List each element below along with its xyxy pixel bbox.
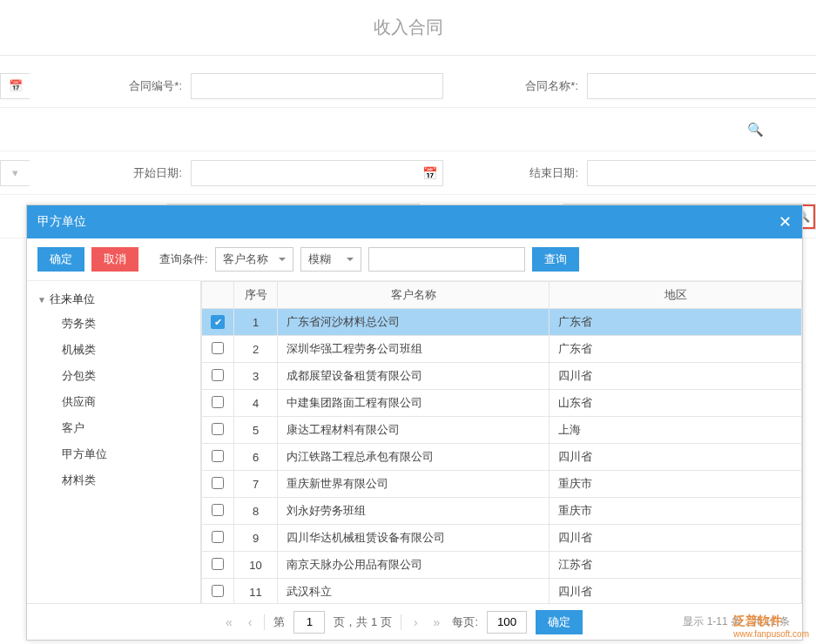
- row-checkbox[interactable]: [212, 558, 224, 570]
- modal-footer: « ‹ 第 页，共 1 页 › » 每页: 确定 显示 1-11 条，共 11 …: [27, 603, 802, 640]
- cell-region: 四川省: [550, 525, 802, 552]
- contract-name-input[interactable]: [587, 73, 816, 99]
- label-start-date: 开始日期:: [47, 165, 191, 181]
- pager-suffix: 页，共 1 页: [334, 614, 391, 630]
- row-checkbox[interactable]: [212, 423, 224, 435]
- page-title: 收入合同: [0, 0, 816, 56]
- sidebar-item[interactable]: 供应商: [62, 389, 190, 415]
- cell-name: 刘永好劳务班组: [278, 498, 550, 525]
- chevron-down-icon[interactable]: ▾: [0, 160, 30, 186]
- cell-region: 四川省: [550, 444, 802, 471]
- checkbox-checked-icon[interactable]: ✔: [211, 315, 225, 329]
- query-button[interactable]: 查询: [532, 247, 579, 272]
- row-checkbox-cell[interactable]: [202, 363, 234, 390]
- cell-seq: 5: [234, 417, 278, 444]
- row-checkbox-cell[interactable]: [202, 471, 234, 498]
- row-checkbox-cell[interactable]: [202, 498, 234, 525]
- col-region: 地区: [550, 282, 802, 309]
- row-checkbox[interactable]: [212, 369, 224, 381]
- calendar-icon: 📅: [422, 166, 437, 180]
- cell-name: 成都展望设备租赁有限公司: [278, 363, 550, 390]
- row-checkbox-cell[interactable]: [202, 579, 234, 604]
- row-checkbox[interactable]: [212, 477, 224, 489]
- pager-last-icon[interactable]: »: [430, 615, 444, 629]
- cell-name: 四川华达机械租赁设备有限公司: [278, 525, 550, 552]
- sidebar-item[interactable]: 甲方单位: [62, 441, 190, 467]
- table-row[interactable]: 8刘永好劳务班组重庆市: [202, 498, 802, 525]
- modal-title: 甲方单位: [37, 214, 86, 230]
- tree-root[interactable]: ▼ 往来单位: [37, 288, 190, 311]
- table-row[interactable]: ✔1广东省河沙材料总公司广东省: [202, 309, 802, 336]
- table-row[interactable]: 11武汉科立四川省: [202, 579, 802, 604]
- cell-seq: 6: [234, 444, 278, 471]
- cell-name: 重庆新世界有限公司: [278, 471, 550, 498]
- pager-first-icon[interactable]: «: [222, 615, 236, 629]
- cell-region: 上海: [550, 417, 802, 444]
- contract-no-input[interactable]: [191, 73, 443, 99]
- cell-name: 深圳华强工程劳务公司班组: [278, 336, 550, 363]
- query-match-select[interactable]: 模糊: [300, 247, 361, 272]
- pager-prev-icon[interactable]: ‹: [245, 615, 256, 629]
- sidebar-item[interactable]: 客户: [62, 415, 190, 441]
- sidebar-item[interactable]: 劳务类: [62, 311, 190, 337]
- table-row[interactable]: 7重庆新世界有限公司重庆市: [202, 471, 802, 498]
- cell-seq: 8: [234, 498, 278, 525]
- cell-name: 广东省河沙材料总公司: [278, 309, 550, 336]
- table-row[interactable]: 10南京天脉办公用品有限公司江苏省: [202, 552, 802, 579]
- row-checkbox-cell[interactable]: [202, 417, 234, 444]
- start-date-input[interactable]: 📅: [191, 160, 443, 186]
- ok-button[interactable]: 确定: [37, 247, 84, 272]
- calendar-icon[interactable]: 📅: [0, 73, 30, 99]
- row-checkbox-cell[interactable]: [202, 390, 234, 417]
- row-checkbox[interactable]: [212, 450, 224, 462]
- sidebar-item[interactable]: 分包类: [62, 363, 190, 389]
- pager-next-icon[interactable]: ›: [410, 615, 421, 629]
- cancel-button[interactable]: 取消: [91, 247, 138, 272]
- row-checkbox-cell[interactable]: ✔: [202, 309, 234, 336]
- table-row[interactable]: 2深圳华强工程劳务公司班组广东省: [202, 336, 802, 363]
- row-checkbox[interactable]: [212, 396, 224, 408]
- cell-name: 南京天脉办公用品有限公司: [278, 552, 550, 579]
- search-icon[interactable]: 🔍: [747, 122, 764, 138]
- query-text-input[interactable]: [368, 247, 525, 272]
- end-date-input[interactable]: 📅: [587, 160, 816, 186]
- cell-seq: 2: [234, 336, 278, 363]
- row-checkbox-cell[interactable]: [202, 525, 234, 552]
- cell-seq: 7: [234, 471, 278, 498]
- sidebar-item[interactable]: 机械类: [62, 337, 190, 363]
- cell-seq: 9: [234, 525, 278, 552]
- table-row[interactable]: 9四川华达机械租赁设备有限公司四川省: [202, 525, 802, 552]
- row-checkbox-cell[interactable]: [202, 552, 234, 579]
- cell-seq: 11: [234, 579, 278, 604]
- pager-perpage-input[interactable]: [487, 611, 527, 634]
- close-icon[interactable]: ✕: [779, 212, 792, 231]
- row-checkbox-cell[interactable]: [202, 336, 234, 363]
- col-seq: 序号: [234, 282, 278, 309]
- cell-region: 广东省: [550, 309, 802, 336]
- label-contract-no: 合同编号*:: [47, 78, 191, 94]
- sidebar-item[interactable]: 材料类: [62, 467, 190, 493]
- row-checkbox[interactable]: [212, 585, 224, 597]
- cell-seq: 1: [234, 309, 278, 336]
- cell-region: 四川省: [550, 363, 802, 390]
- query-field-select[interactable]: 客户名称: [215, 247, 293, 272]
- table-row[interactable]: 5康达工程材料有限公司上海: [202, 417, 802, 444]
- pager-ok-button[interactable]: 确定: [536, 610, 583, 634]
- cell-region: 四川省: [550, 579, 802, 604]
- cell-seq: 10: [234, 552, 278, 579]
- row-checkbox[interactable]: [212, 504, 224, 516]
- row-checkbox-cell[interactable]: [202, 444, 234, 471]
- table-row[interactable]: 6内江铁路工程总承包有限公司四川省: [202, 444, 802, 471]
- watermark: 泛普软件 www.fanpusoft.com: [733, 614, 809, 639]
- table-row[interactable]: 3成都展望设备租赁有限公司四川省: [202, 363, 802, 390]
- category-sidebar: ▼ 往来单位 劳务类机械类分包类供应商客户甲方单位材料类: [27, 281, 201, 603]
- row-checkbox[interactable]: [212, 531, 224, 543]
- chevron-down-icon: ▼: [37, 295, 46, 305]
- pager-page-input[interactable]: [293, 611, 325, 634]
- table-row[interactable]: 4中建集团路面工程有限公司山东省: [202, 390, 802, 417]
- pager-prefix: 第: [273, 614, 285, 630]
- row-checkbox[interactable]: [212, 342, 224, 354]
- cell-region: 广东省: [550, 336, 802, 363]
- modal-header: 甲方单位 ✕: [27, 205, 802, 238]
- col-name: 客户名称: [278, 282, 550, 309]
